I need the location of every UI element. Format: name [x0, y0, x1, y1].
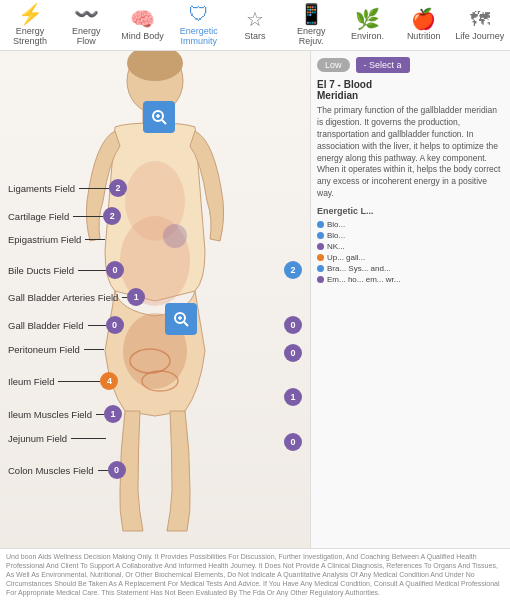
peritoneum-field-label: Peritoneum Field — [8, 344, 104, 355]
mind-body-icon: 🧠 — [130, 9, 155, 29]
nav-nutrition-label: Nutrition — [407, 31, 441, 41]
zoom-icon-abdomen[interactable] — [165, 303, 197, 335]
nav-stars[interactable]: ☆ Stars — [230, 9, 280, 41]
epigastrium-field-text: Epigastrium Field — [8, 234, 81, 245]
nav-energy-flow-label: Energy Flow — [61, 26, 111, 46]
stars-icon: ☆ — [246, 9, 264, 29]
ileum-field-label: Ileum Field 4 — [8, 372, 118, 390]
nav-mind-body-label: Mind Body — [121, 31, 164, 41]
jejunum-field-text: Jejunum Field — [8, 433, 67, 444]
bullet-item-6: Em... ho... em... wr... — [317, 275, 504, 284]
body-diagram-panel: Ligaments Field 2 Cartilage Field 2 Epig… — [0, 51, 310, 548]
nutrition-icon: 🍎 — [411, 9, 436, 29]
right-badge-gall-bladder: 0 — [284, 316, 302, 334]
top-navigation: ⚡ Energy Strength 〰️ Energy Flow 🧠 Mind … — [0, 0, 510, 51]
nav-nutrition[interactable]: 🍎 Nutrition — [399, 9, 449, 41]
colon-muscles-field-label: Colon Muscles Field 0 — [8, 461, 126, 479]
nav-mind-body[interactable]: 🧠 Mind Body — [118, 9, 168, 41]
bile-ducts-badge: 0 — [106, 261, 124, 279]
bullet-item-1: Blo... — [317, 220, 504, 229]
svg-point-6 — [163, 224, 187, 248]
ileum-muscles-line — [96, 414, 104, 415]
bullet-item-4: Up... gall... — [317, 253, 504, 262]
bullet-dot-6 — [317, 276, 324, 283]
colon-muscles-line — [98, 470, 108, 471]
bullet-text-5: Bra... Sys... and... — [327, 264, 391, 273]
right-badge-ileum2: 1 — [284, 388, 302, 406]
life-journey-icon: 🗺 — [470, 9, 490, 29]
low-badge: Low — [317, 58, 350, 72]
bullet-dot-2 — [317, 232, 324, 239]
cartilage-badge: 2 — [103, 207, 121, 225]
ileum-badge: 4 — [100, 372, 118, 390]
bullet-item-3: NK... — [317, 242, 504, 251]
right-badge-peritoneum: 0 — [284, 344, 302, 362]
nav-energetic-immunity[interactable]: 🛡 Energetic Immunity — [174, 4, 224, 46]
ileum-muscles-badge: 1 — [104, 405, 122, 423]
epigastrium-line — [85, 239, 105, 240]
nav-energy-strength-label: Energy Strength — [5, 26, 55, 46]
bullet-dot-1 — [317, 221, 324, 228]
disclaimer-text: Und boon Aids Wellness Decision Making O… — [6, 553, 500, 596]
nav-stars-label: Stars — [244, 31, 265, 41]
bile-ducts-field-text: Bile Ducts Field — [8, 265, 74, 276]
select-button[interactable]: - Select a — [356, 57, 410, 73]
meridian-description: The primary function of the gallbladder … — [317, 105, 504, 200]
bullet-text-6: Em... ho... em... wr... — [327, 275, 400, 284]
ileum-line — [58, 381, 100, 382]
controls-row: Low - Select a — [317, 57, 504, 73]
right-badge-bile-ducts: 2 — [284, 261, 302, 279]
ligaments-field-text: Ligaments Field — [8, 183, 75, 194]
energy-flow-icon: 〰️ — [74, 4, 99, 24]
bullet-text-3: NK... — [327, 242, 345, 251]
energy-rejuv-icon: 📱 — [299, 4, 324, 24]
ligaments-line — [79, 188, 109, 189]
svg-line-10 — [162, 120, 166, 124]
jejunum-field-label: Jejunum Field — [8, 433, 106, 444]
bullet-dot-3 — [317, 243, 324, 250]
right-panel: Low - Select a El 7 - BloodMeridian The … — [310, 51, 510, 548]
nav-energy-strength[interactable]: ⚡ Energy Strength — [5, 4, 55, 46]
bullet-dot-4 — [317, 254, 324, 261]
environ-icon: 🌿 — [355, 9, 380, 29]
gall-bladder-field-text: Gall Bladder Field — [8, 320, 84, 331]
nav-environ[interactable]: 🌿 Environ. — [342, 9, 392, 41]
ligaments-badge: 2 — [109, 179, 127, 197]
disclaimer: Und boon Aids Wellness Decision Making O… — [0, 548, 510, 600]
ligaments-field-label: Ligaments Field 2 — [8, 179, 127, 197]
ileum-muscles-field-text: Ileum Muscles Field — [8, 409, 92, 420]
gall-bladder-arteries-field-text: Gall Bladder Arteries Field — [8, 292, 118, 303]
nav-life-journey[interactable]: 🗺 Life Journey — [455, 9, 505, 41]
ileum-muscles-field-label: Ileum Muscles Field 1 — [8, 405, 122, 423]
bile-ducts-field-label: Bile Ducts Field 0 — [8, 261, 124, 279]
nav-environ-label: Environ. — [351, 31, 384, 41]
bullet-text-4: Up... gall... — [327, 253, 365, 262]
peritoneum-field-text: Peritoneum Field — [8, 344, 80, 355]
nav-energetic-immunity-label: Energetic Immunity — [174, 26, 224, 46]
energetic-label: Energetic L... — [317, 206, 504, 216]
cartilage-line — [73, 216, 103, 217]
bile-ducts-line — [78, 270, 106, 271]
energy-strength-icon: ⚡ — [18, 4, 43, 24]
bullet-dot-5 — [317, 265, 324, 272]
bullet-text-1: Blo... — [327, 220, 345, 229]
bullet-list: Blo... Blo... NK... Up... gall... Bra...… — [317, 220, 504, 286]
bullet-item-2: Blo... — [317, 231, 504, 240]
nav-energy-flow[interactable]: 〰️ Energy Flow — [61, 4, 111, 46]
nav-energy-rejuv[interactable]: 📱 Energy Rejuv. — [286, 4, 336, 46]
zoom-icon-head[interactable] — [143, 101, 175, 133]
peritoneum-line — [84, 349, 104, 350]
gall-bladder-arteries-badge: 1 — [127, 288, 145, 306]
nav-life-journey-label: Life Journey — [455, 31, 504, 41]
svg-line-14 — [184, 322, 188, 326]
colon-muscles-field-text: Colon Muscles Field — [8, 465, 94, 476]
bullet-text-2: Blo... — [327, 231, 345, 240]
gall-bladder-field-label: Gall Bladder Field 0 — [8, 316, 124, 334]
bullet-item-5: Bra... Sys... and... — [317, 264, 504, 273]
main-content: Ligaments Field 2 Cartilage Field 2 Epig… — [0, 51, 510, 548]
ileum-field-text: Ileum Field — [8, 376, 54, 387]
nav-energy-rejuv-label: Energy Rejuv. — [286, 26, 336, 46]
epigastrium-field-label: Epigastrium Field — [8, 234, 105, 245]
meridian-title: El 7 - BloodMeridian — [317, 79, 504, 101]
cartilage-field-label: Cartilage Field 2 — [8, 207, 121, 225]
